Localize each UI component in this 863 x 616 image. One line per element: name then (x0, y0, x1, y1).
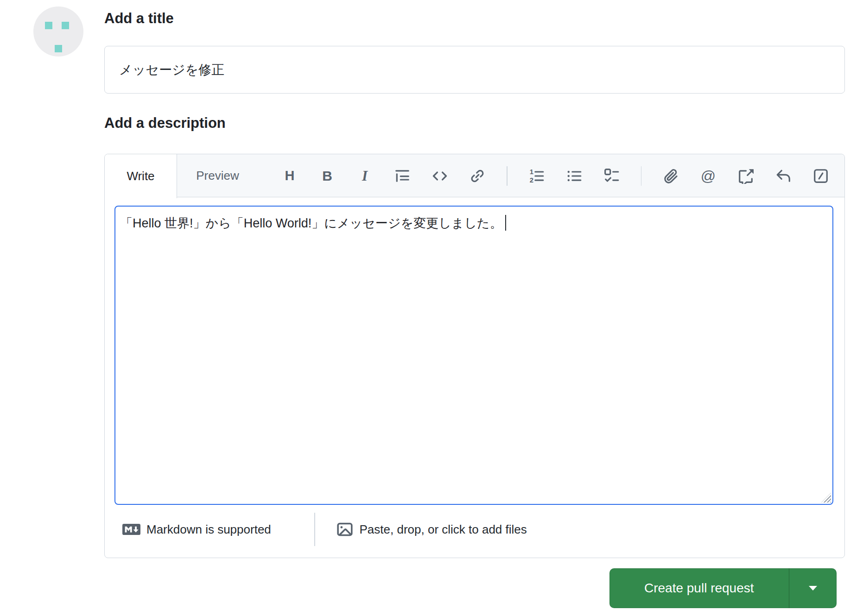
code-button[interactable] (432, 167, 448, 185)
markdown-supported-link[interactable]: Markdown is supported (122, 522, 314, 537)
image-icon (336, 521, 354, 538)
saved-replies-button[interactable] (775, 167, 792, 185)
svg-text:2: 2 (529, 176, 533, 184)
heading-icon: H (285, 169, 295, 182)
title-input-value: メッセージを修正 (119, 61, 224, 79)
task-list-button[interactable] (603, 167, 620, 185)
markdown-supported-label: Markdown is supported (146, 522, 271, 537)
task-list-icon (604, 168, 620, 184)
create-pull-request-split-button: Create pull request (609, 568, 837, 608)
new-pull-request-form: Add a title メッセージを修正 Add a description W… (0, 0, 863, 616)
title-heading: Add a title (104, 10, 174, 27)
attach-files-area[interactable]: Paste, drop, or click to add files (336, 521, 527, 538)
mention-button[interactable]: @ (700, 167, 717, 185)
tab-write[interactable]: Write (105, 154, 177, 198)
text-cursor (505, 215, 507, 231)
cross-reference-icon (738, 168, 754, 184)
toolbar-icon-group: H B I (281, 154, 829, 197)
create-pull-request-dropdown[interactable] (789, 568, 837, 608)
footer-divider (314, 513, 315, 546)
markdown-editor: Write Preview H B I (104, 154, 845, 558)
numbered-list-icon: 1 2 (529, 168, 545, 184)
mention-icon: @ (701, 169, 716, 183)
toolbar-divider (641, 166, 642, 186)
slash-commands-icon (813, 168, 829, 184)
numbered-list-button[interactable]: 1 2 (528, 167, 545, 185)
heading-button[interactable]: H (281, 167, 298, 185)
code-icon (432, 168, 448, 184)
bullet-list-icon (566, 168, 582, 184)
slash-commands-button[interactable] (812, 167, 829, 185)
identicon-square (55, 45, 62, 52)
editor-footer: Markdown is supported Paste, drop, or cl… (122, 511, 527, 548)
svg-text:1: 1 (529, 168, 533, 176)
create-pull-request-label: Create pull request (644, 581, 754, 596)
tab-preview[interactable]: Preview (177, 154, 258, 197)
link-button[interactable] (469, 167, 486, 185)
resize-handle-icon[interactable] (821, 493, 831, 503)
bold-button[interactable]: B (319, 167, 336, 185)
toolbar-divider (507, 166, 508, 186)
bullet-list-button[interactable] (566, 167, 583, 185)
bold-icon: B (322, 169, 332, 183)
identicon-square (45, 22, 52, 29)
attach-files-label: Paste, drop, or click to add files (360, 522, 527, 537)
reply-icon (775, 168, 791, 184)
title-input[interactable]: メッセージを修正 (104, 46, 845, 94)
markdown-icon (122, 524, 140, 535)
tab-preview-label: Preview (196, 169, 239, 183)
quote-icon (394, 168, 410, 184)
link-icon (470, 168, 485, 184)
description-heading: Add a description (104, 115, 226, 132)
paperclip-icon (663, 168, 679, 184)
quote-button[interactable] (394, 167, 411, 185)
tab-write-label: Write (127, 169, 154, 183)
attach-file-button[interactable] (662, 167, 679, 185)
cross-reference-button[interactable] (737, 167, 754, 185)
description-textarea[interactable]: 「Hello 世界!」から「Hello World!」にメッセージを変更しました… (114, 206, 833, 505)
identicon-square (62, 22, 69, 29)
create-pull-request-button[interactable]: Create pull request (609, 568, 789, 608)
description-text: 「Hello 世界!」から「Hello World!」にメッセージを変更しました… (120, 216, 502, 230)
avatar (33, 6, 83, 57)
editor-toolbar: Write Preview H B I (105, 154, 844, 197)
italic-button[interactable]: I (356, 167, 373, 185)
chevron-down-icon (809, 586, 817, 591)
italic-icon: I (362, 169, 368, 183)
